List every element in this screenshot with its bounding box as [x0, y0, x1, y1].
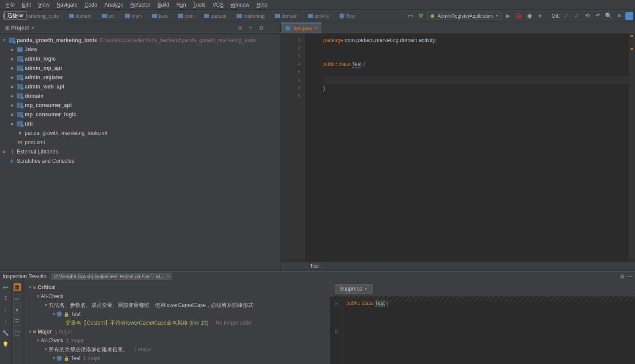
code-content[interactable]: package com.padacn.marketing.domain.acti…: [306, 34, 629, 261]
hammer-icon[interactable]: ⚒: [417, 11, 425, 20]
hide-icon[interactable]: —: [268, 24, 276, 32]
chevron-down-icon[interactable]: ▼: [31, 26, 35, 30]
breadcrumb-item[interactable]: src: [100, 13, 116, 19]
sort-icon[interactable]: ☰: [13, 318, 21, 326]
tree-arrow-icon[interactable]: ▶: [10, 103, 15, 107]
menu-tools[interactable]: Tools: [190, 1, 209, 9]
inspection-tab[interactable]: of 'Alibaba Coding Guidelines' Profile o…: [51, 273, 172, 280]
menu-vcs[interactable]: VCS: [209, 1, 227, 9]
breadcrumb-item[interactable]: java: [151, 13, 169, 19]
export-icon[interactable]: ↧: [2, 295, 10, 303]
tree-arrow-icon[interactable]: ▶: [10, 66, 15, 70]
menu-view[interactable]: View: [34, 1, 53, 9]
device-icon[interactable]: ▭: [406, 11, 415, 20]
project-selector-icon[interactable]: ▣: [4, 25, 9, 31]
git-history-icon[interactable]: ⟲: [583, 11, 592, 20]
breadcrumb-item[interactable]: Test: [338, 13, 356, 19]
menu-help[interactable]: Help: [253, 1, 271, 9]
editor-tab[interactable]: Test.java ×: [281, 23, 321, 33]
diff-icon[interactable]: ◫: [13, 329, 21, 337]
breadcrumb-item[interactable]: domain: [68, 13, 93, 19]
tree-item[interactable]: mpom.xml: [0, 138, 280, 147]
rerun-icon[interactable]: ▸▸: [2, 283, 10, 291]
tree-arrow-icon[interactable]: ▼: [2, 38, 7, 42]
file-node[interactable]: ▼ 🔒 Test: [23, 310, 330, 318]
file-node-2[interactable]: ▼ 🔒 Test 1 major: [23, 354, 330, 363]
group-alicheck[interactable]: ▼ Ali-Check: [23, 292, 330, 301]
tree-arrow-icon[interactable]: ▶: [10, 84, 15, 89]
breadcrumb-item[interactable]: domain: [274, 13, 299, 19]
tree-arrow-icon[interactable]: ▶: [10, 57, 15, 61]
tree-item[interactable]: ▶mp_consumer_api: [0, 100, 280, 110]
breadcrumb-item[interactable]: padacn: [203, 13, 228, 19]
severity-critical[interactable]: ▼ Critical: [23, 283, 330, 292]
breadcrumb-item[interactable]: main: [123, 13, 143, 19]
tree-arrow-icon[interactable]: ▶: [2, 149, 7, 154]
tree-item[interactable]: ▶mp_consumer_logic: [0, 110, 280, 119]
severity-major[interactable]: ▼ Major 1 major: [23, 327, 330, 336]
menu-file[interactable]: File: [3, 1, 18, 9]
tree-item[interactable]: ▶admin_web_api: [0, 82, 280, 91]
menu-build[interactable]: Build: [154, 1, 173, 9]
search-icon[interactable]: 🔍: [604, 11, 613, 20]
group-alicheck-2[interactable]: ▼ Ali-Check 1 major: [23, 336, 330, 345]
avatar-icon[interactable]: [625, 12, 633, 20]
menu-navigate[interactable]: Navigate: [53, 1, 81, 9]
rule-row[interactable]: ▼ 方法名、参数名、成员变量、局部变量都统一使用lowerCamelCase，必…: [23, 301, 330, 310]
select-opened-icon[interactable]: ⊕: [236, 24, 244, 32]
tree-item[interactable]: ▶admin_mp_api: [0, 63, 280, 73]
menu-refactor[interactable]: Refactor: [127, 1, 154, 9]
tree-scratches[interactable]: Scratches and Consoles: [0, 156, 280, 165]
breadcrumb-item[interactable]: activity: [306, 13, 331, 19]
coverage-icon[interactable]: ◉: [525, 11, 534, 20]
bulb-icon[interactable]: 💡: [2, 341, 10, 349]
close-icon[interactable]: ×: [314, 25, 317, 31]
git-update-icon[interactable]: ✓: [562, 11, 570, 20]
rule-row-2[interactable]: ▼ 所有的类都必须添加创建者信息。 1 major: [23, 345, 330, 354]
tree-item[interactable]: ▶.idea: [0, 45, 280, 54]
close-icon[interactable]: ×: [166, 274, 169, 279]
run-icon[interactable]: ▶: [504, 11, 513, 20]
module-icon[interactable]: ▭: [13, 295, 21, 303]
collapse-icon[interactable]: ↕: [2, 306, 10, 314]
tree-arrow-icon[interactable]: ▶: [10, 94, 15, 98]
fold-icon[interactable]: ⊟: [330, 327, 342, 335]
menu-window[interactable]: Window: [227, 1, 253, 9]
menu-analyze[interactable]: Analyze: [101, 1, 127, 9]
tree-item[interactable]: ▶admin_register: [0, 73, 280, 82]
git-commit-icon[interactable]: ✓: [572, 11, 581, 20]
hide-icon[interactable]: —: [627, 273, 632, 280]
breadcrumb-item[interactable]: com: [176, 13, 195, 19]
tree-root[interactable]: ▼ panda_growth_marketing_tools D:\work\c…: [0, 35, 280, 45]
menu-code[interactable]: Code: [81, 1, 101, 9]
editor-breadcrumb[interactable]: Test: [281, 261, 635, 271]
expand-all-icon[interactable]: ÷: [247, 24, 255, 32]
git-revert-icon[interactable]: ↶: [593, 11, 602, 20]
debug-icon[interactable]: 🐞: [514, 11, 523, 20]
preview-code[interactable]: ⊟ public class Test { ⊟: [330, 296, 635, 364]
expand-icon[interactable]: ↑: [2, 318, 10, 326]
wrench-icon[interactable]: 🔧: [2, 329, 10, 337]
tree-arrow-icon[interactable]: ▶: [10, 122, 15, 126]
filter-icon[interactable]: ▼: [13, 306, 21, 314]
fold-icon[interactable]: ⊟: [330, 300, 342, 308]
menu-run[interactable]: Run: [173, 1, 190, 9]
tree-arrow-icon[interactable]: ▶: [10, 75, 15, 80]
menu-edit[interactable]: Edit: [18, 1, 34, 9]
breadcrumb-item[interactable]: marketing: [235, 13, 266, 19]
tree-item[interactable]: ▶domain: [0, 91, 280, 100]
settings-icon[interactable]: ✿: [620, 273, 624, 280]
tree-arrow-icon[interactable]: ▶: [10, 112, 15, 117]
tree-item[interactable]: ≡panda_growth_marketing_tools.iml: [0, 128, 280, 138]
run-configuration[interactable]: ⬢ AdminRegisterApplication ▼: [427, 12, 502, 20]
problem-row[interactable]: 变量名【Custom】不符合lowerCamelCase命名风格 (line 1…: [23, 318, 330, 327]
settings-icon[interactable]: ✿: [257, 24, 265, 32]
tree-item[interactable]: ▶util: [0, 119, 280, 128]
stop-icon[interactable]: ■: [536, 11, 544, 20]
project-title[interactable]: Project: [11, 25, 29, 31]
suppress-button[interactable]: Suppress ▼: [335, 284, 373, 294]
tree-arrow-icon[interactable]: ▶: [10, 47, 15, 52]
tree-external-libs[interactable]: ▶ External Libraries: [0, 147, 280, 156]
tree-item[interactable]: ▶admin_logic: [0, 54, 280, 63]
group-icon[interactable]: ▦: [13, 283, 21, 291]
